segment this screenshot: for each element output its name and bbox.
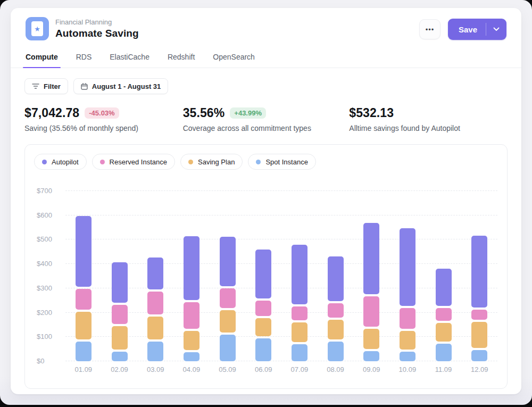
legend-item-saving-plan[interactable]: Saving Plan — [180, 154, 243, 170]
bar-segment-spot-instance[interactable] — [436, 344, 452, 361]
stat-value: $532.13 — [349, 106, 394, 120]
stacked-bar-03.09[interactable] — [147, 258, 163, 361]
bar-segment-reserved-instance[interactable] — [363, 296, 379, 327]
bar-segment-spot-instance[interactable] — [76, 342, 92, 361]
bar-segment-saving-plan[interactable] — [184, 331, 200, 351]
app-icon: ★ — [26, 17, 49, 40]
stacked-bar-06.09[interactable] — [255, 250, 271, 361]
save-button[interactable]: Save — [448, 19, 486, 40]
bar-segment-reserved-instance[interactable] — [220, 288, 236, 308]
bar-segment-saving-plan[interactable] — [76, 312, 92, 340]
bar-segment-saving-plan[interactable] — [400, 331, 415, 350]
bar-segment-saving-plan[interactable] — [292, 322, 307, 342]
stat-label: Saving (35.56% of monthly spend) — [24, 124, 183, 132]
save-dropdown-button[interactable] — [486, 19, 506, 40]
bar-segment-spot-instance[interactable] — [255, 338, 271, 361]
stacked-bar-08.09[interactable] — [328, 256, 344, 361]
toolbar: Filter August 1 - August 31 — [11, 68, 521, 94]
x-axis-label: 04.09 — [173, 366, 210, 373]
bar-segment-autopilot[interactable] — [220, 237, 236, 286]
bars-layer — [65, 191, 497, 361]
bar-segment-saving-plan[interactable] — [147, 317, 163, 339]
bar-segment-reserved-instance[interactable] — [147, 292, 163, 314]
ellipsis-icon: ••• — [426, 26, 435, 34]
bar-segment-spot-instance[interactable] — [400, 352, 415, 361]
tab-opensearch[interactable]: OpenSearch — [213, 49, 255, 68]
bar-segment-reserved-instance[interactable] — [436, 308, 452, 321]
bar-segment-autopilot[interactable] — [436, 269, 452, 306]
stat-value-row: 35.56%+43.99% — [183, 106, 350, 120]
stat-3: $532.13Alltime savings found by Autopilo… — [349, 106, 508, 132]
stacked-bar-12.09[interactable] — [471, 236, 487, 361]
bar-segment-spot-instance[interactable] — [328, 342, 344, 361]
bar-segment-autopilot[interactable] — [400, 228, 415, 305]
bar-segment-reserved-instance[interactable] — [112, 305, 128, 325]
bar-segment-autopilot[interactable] — [147, 258, 163, 289]
tab-elasticache[interactable]: ElastiCache — [110, 49, 149, 68]
legend-item-spot-instance[interactable]: Spot Instance — [248, 154, 316, 170]
date-range-button[interactable]: August 1 - August 31 — [73, 78, 169, 94]
bar-segment-saving-plan[interactable] — [112, 326, 128, 349]
bar-segment-autopilot[interactable] — [328, 256, 344, 301]
filter-button[interactable]: Filter — [24, 78, 68, 94]
bar-segment-autopilot[interactable] — [292, 245, 307, 304]
bar-segment-autopilot[interactable] — [112, 262, 128, 302]
stacked-bar-07.09[interactable] — [292, 245, 307, 361]
bar-segment-spot-instance[interactable] — [147, 342, 163, 361]
bar-segment-spot-instance[interactable] — [471, 350, 487, 361]
bar-segment-reserved-instance[interactable] — [471, 310, 487, 319]
legend-item-reserved-instance[interactable]: Reserved Instance — [92, 154, 175, 170]
legend-item-autopilot[interactable]: Autopilot — [34, 154, 87, 170]
save-split-button: Save — [448, 19, 506, 40]
bar-segment-spot-instance[interactable] — [292, 344, 307, 361]
stacked-bar-11.09[interactable] — [436, 269, 452, 361]
bar-segment-autopilot[interactable] — [363, 223, 379, 294]
bar-segment-autopilot[interactable] — [255, 250, 271, 298]
bar-segment-saving-plan[interactable] — [328, 320, 344, 339]
bar-segment-spot-instance[interactable] — [184, 352, 200, 361]
stacked-bar-01.09[interactable] — [76, 216, 92, 361]
y-axis-tick: $600 — [37, 211, 52, 219]
stacked-bar-05.09[interactable] — [220, 237, 236, 361]
filter-button-label: Filter — [44, 82, 61, 90]
stat-label: Alltime savings found by Autopilot — [349, 124, 508, 132]
stacked-bar-02.09[interactable] — [112, 262, 128, 361]
bar-segment-spot-instance[interactable] — [220, 335, 236, 361]
stacked-bar-09.09[interactable] — [363, 223, 379, 361]
more-button[interactable]: ••• — [419, 19, 440, 39]
bar-column-01.09 — [65, 191, 102, 361]
stacked-bar-04.09[interactable] — [184, 236, 200, 361]
bar-segment-saving-plan[interactable] — [436, 323, 452, 342]
stacked-bar-10.09[interactable] — [400, 228, 415, 361]
stat-label: Coverage across all commitment types — [183, 124, 350, 132]
bar-segment-reserved-instance[interactable] — [292, 306, 307, 321]
bar-segment-reserved-instance[interactable] — [400, 308, 415, 329]
bar-segment-reserved-instance[interactable] — [255, 301, 271, 316]
x-axis-label: 11.09 — [426, 366, 462, 373]
bar-segment-autopilot[interactable] — [184, 236, 200, 300]
bar-column-03.09 — [137, 191, 173, 361]
legend-dot — [256, 160, 261, 164]
bar-segment-saving-plan[interactable] — [471, 322, 487, 348]
tab-compute[interactable]: Compute — [26, 49, 58, 68]
stat-1: $7,042.78-45.03%Saving (35.56% of monthl… — [24, 106, 183, 132]
bar-segment-spot-instance[interactable] — [363, 351, 379, 361]
legend-dot — [42, 160, 47, 164]
chevron-down-icon — [493, 27, 500, 31]
bar-segment-reserved-instance[interactable] — [76, 289, 92, 310]
bar-segment-saving-plan[interactable] — [220, 310, 236, 333]
bar-segment-saving-plan[interactable] — [255, 318, 271, 336]
bar-column-12.09 — [461, 191, 497, 361]
bar-segment-reserved-instance[interactable] — [328, 303, 344, 318]
bar-segment-autopilot[interactable] — [471, 236, 487, 308]
page-header: ★ Financial Planning Automate Saving •••… — [11, 8, 521, 40]
bar-segment-autopilot[interactable] — [76, 216, 92, 287]
bar-segment-saving-plan[interactable] — [363, 329, 379, 348]
bar-segment-reserved-instance[interactable] — [184, 302, 200, 328]
breadcrumb: Financial Planning — [55, 18, 419, 26]
tab-redshift[interactable]: Redshift — [168, 49, 195, 68]
bar-segment-spot-instance[interactable] — [112, 352, 128, 361]
bar-column-05.09 — [210, 191, 246, 361]
calendar-icon — [81, 83, 88, 90]
tab-rds[interactable]: RDS — [76, 49, 92, 68]
